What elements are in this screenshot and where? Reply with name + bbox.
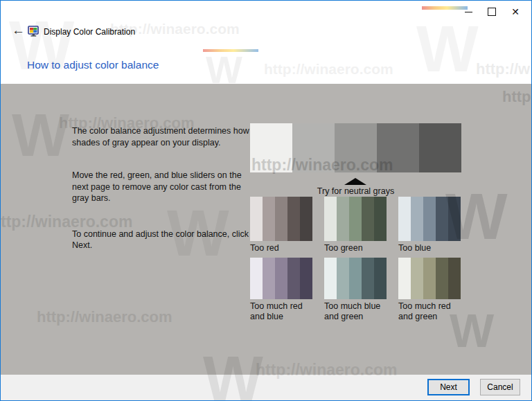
swatch-strips: [324, 258, 387, 299]
window-controls: ✕: [456, 3, 527, 20]
swatch-group: Too green: [324, 197, 387, 253]
swatch-group: Too red: [250, 197, 312, 253]
swatch-strip: [263, 258, 275, 299]
swatch-strips: [398, 258, 461, 299]
swatch-label: Too red: [250, 243, 312, 253]
page-title: How to adjust color balance: [27, 59, 159, 71]
instruction-paragraph: Move the red, green, and blue sliders on…: [72, 170, 252, 204]
next-button[interactable]: Next: [427, 379, 470, 395]
swatch-strip: [324, 258, 337, 299]
gray-bar-segment: [335, 123, 377, 172]
swatch-group: Too blue: [398, 197, 461, 253]
swatch-label: Too much red and blue: [250, 301, 312, 322]
window-title: Display Color Calibration: [44, 27, 135, 37]
color-cast-examples: Too redToo greenToo blueToo much red and…: [250, 197, 461, 322]
instruction-paragraph: The color balance adjustment determines …: [72, 125, 252, 148]
gray-bar-segment: [250, 123, 292, 172]
swatch-strip: [337, 197, 349, 241]
swatch-strip: [411, 258, 423, 299]
gray-bar-caption: Try for neutral grays: [250, 186, 461, 196]
close-button[interactable]: ✕: [504, 3, 527, 20]
swatch-strips: [324, 197, 387, 241]
minimize-button[interactable]: [456, 3, 480, 20]
gray-bar-segment: [292, 123, 335, 172]
instructions-text: The color balance adjustment determines …: [72, 125, 252, 251]
cancel-button[interactable]: Cancel: [480, 379, 520, 395]
swatch-strip: [436, 197, 448, 241]
swatch-strip: [374, 197, 387, 241]
instruction-paragraph: To continue and adjust the color balance…: [72, 229, 252, 251]
maximize-button[interactable]: [480, 3, 504, 20]
pointer-triangle-icon: [344, 178, 366, 185]
swatch-strip: [448, 197, 461, 241]
swatch-strip: [250, 258, 263, 299]
swatch-strip: [362, 258, 374, 299]
watermark-text: http://w: [476, 62, 530, 77]
swatch-strip: [337, 258, 349, 299]
content-area: The color balance adjustment determines …: [1, 84, 531, 375]
swatch-strip: [349, 197, 362, 241]
swatch-strip: [250, 197, 263, 241]
swatch-group: Too much red and green: [398, 258, 461, 322]
swatch-strip: [349, 258, 362, 299]
swatch-strip: [263, 197, 275, 241]
gray-scale-bar: [250, 123, 461, 172]
swatch-label: Too blue: [398, 243, 461, 253]
swatch-strip: [300, 197, 312, 241]
swatch-label: Too much red and green: [398, 301, 461, 322]
swatch-strip: [411, 197, 423, 241]
swatch-strips: [398, 197, 461, 241]
swatch-strip: [398, 197, 411, 241]
swatch-strip: [423, 258, 436, 299]
swatch-strip: [300, 258, 312, 299]
watermark-text: http://winaero.com: [264, 62, 393, 76]
swatch-strip: [287, 258, 300, 299]
swatch-group: Too much red and blue: [250, 258, 312, 322]
swatch-strip: [287, 197, 300, 241]
swatch-strip: [275, 197, 287, 241]
maximize-icon: [488, 8, 496, 16]
bottom-bar: Next Cancel: [1, 375, 531, 400]
minimize-icon: [465, 12, 472, 12]
swatch-strip: [374, 258, 387, 299]
swatch-strip: [362, 197, 374, 241]
swatch-strip: [275, 258, 287, 299]
gray-bar-segment: [377, 123, 419, 172]
close-icon: ✕: [511, 7, 520, 17]
swatch-strips: [250, 197, 312, 241]
watermark-text: W: [416, 16, 479, 82]
gray-bar-segment: [419, 123, 461, 172]
swatch-label: Too green: [324, 243, 387, 253]
swatch-label: Too much blue and green: [324, 301, 387, 322]
display-calibration-app-icon: [28, 26, 39, 39]
display-color-calibration-window: ✕ ← Display Color Calibration How to adj…: [0, 0, 532, 401]
swatch-strip: [436, 258, 448, 299]
swatch-strip: [423, 197, 436, 241]
swatch-strips: [250, 258, 312, 299]
watermark-logo-bar: [203, 49, 258, 52]
swatch-group: Too much blue and green: [324, 258, 387, 322]
swatch-strip: [448, 258, 461, 299]
back-button[interactable]: ←: [12, 23, 25, 38]
swatch-strip: [398, 258, 411, 299]
swatch-strip: [324, 197, 337, 241]
